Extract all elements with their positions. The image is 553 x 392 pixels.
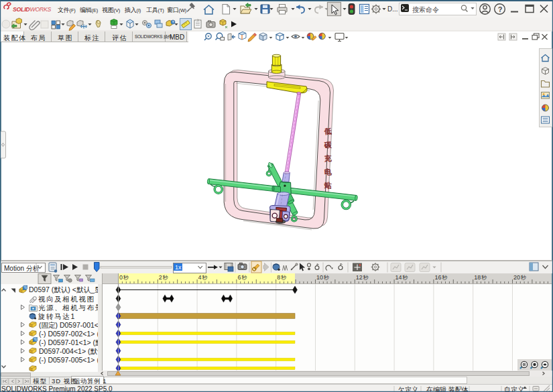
svg-text:碳: 碳	[323, 141, 332, 149]
svg-text:?: ?	[172, 20, 174, 24]
svg-text:?: ?	[498, 5, 503, 13]
svg-text:站: 站	[323, 181, 332, 190]
svg-text:低: 低	[323, 127, 332, 135]
svg-text:充: 充	[323, 154, 332, 163]
